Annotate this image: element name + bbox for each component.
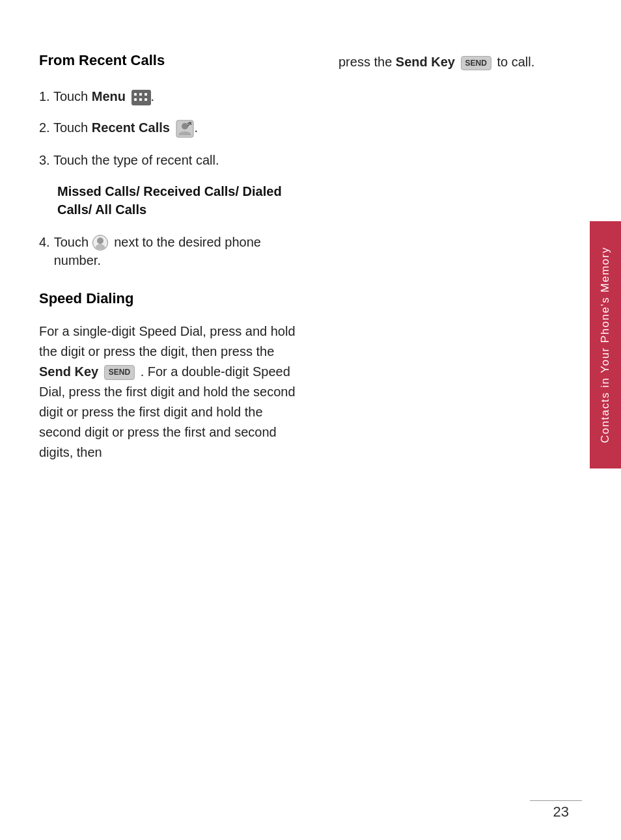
- send-key-label-left: Send Key: [39, 364, 98, 379]
- step-1-bold: Menu: [92, 89, 126, 103]
- step-3-number: 3.: [39, 153, 53, 167]
- step-4-text-before: Touch: [54, 235, 92, 249]
- content-area: From Recent Calls 1. Touch Menu .: [39, 52, 582, 463]
- right-text-before: press the: [338, 55, 396, 69]
- page-container: From Recent Calls 1. Touch Menu .: [0, 0, 621, 840]
- step-1-period: .: [151, 89, 155, 103]
- call-types: Missed Calls/ Received Calls/ Dialed Cal…: [39, 182, 299, 219]
- step-2-period: .: [194, 120, 198, 135]
- grid-dots: [134, 93, 148, 102]
- step-2-text-before: Touch: [53, 120, 92, 135]
- recent-calls-svg: [176, 120, 194, 138]
- send-key-badge-right: SEND: [461, 56, 491, 70]
- call-bubble-icon: [92, 235, 108, 251]
- step-2-number: 2.: [39, 120, 53, 135]
- grid-dot: [145, 98, 147, 101]
- right-paragraph: press the Send Key SEND to call.: [338, 52, 573, 72]
- send-key-badge-text: SEND: [109, 368, 130, 377]
- from-recent-calls-title: From Recent Calls: [39, 52, 299, 69]
- step-2-bold: Recent Calls: [92, 120, 170, 135]
- step-1-number: 1.: [39, 89, 53, 103]
- step-3-text: Touch the type of recent call.: [53, 153, 219, 167]
- speed-dial-text-before: For a single-digit Speed Dial, press and…: [39, 324, 296, 359]
- sidebar-tab: Contacts in Your Phone's Memory: [590, 221, 621, 468]
- send-key-badge-right-text: SEND: [465, 59, 487, 68]
- svg-point-1: [182, 123, 188, 129]
- send-key-badge-left: SEND: [104, 365, 135, 380]
- grid-dot: [134, 93, 137, 96]
- step-4-content: Touch next to the desired phone number.: [54, 233, 299, 269]
- left-column: From Recent Calls 1. Touch Menu .: [39, 52, 325, 463]
- grid-dot: [139, 98, 142, 101]
- step-1: 1. Touch Menu .: [39, 87, 299, 105]
- right-send-key-label: Send Key: [396, 55, 455, 69]
- step-1-text-before: Touch: [53, 89, 92, 103]
- right-text-to: to call.: [497, 55, 534, 69]
- page-number: 23: [553, 804, 569, 820]
- grid-dot: [139, 93, 142, 96]
- speed-dialing-title: Speed Dialing: [39, 290, 299, 307]
- speed-dial-paragraph: For a single-digit Speed Dial, press and…: [39, 321, 299, 463]
- sidebar-text: Contacts in Your Phone's Memory: [599, 247, 612, 443]
- step-3: 3. Touch the type of recent call.: [39, 151, 299, 169]
- menu-grid-icon: [131, 90, 151, 105]
- divider-line: [530, 800, 582, 801]
- recent-calls-icon: [176, 120, 194, 138]
- step-4-number: 4.: [39, 233, 50, 251]
- grid-dot: [134, 98, 137, 101]
- step-4: 4. Touch next to the desired phone numbe…: [39, 233, 299, 269]
- right-column: press the Send Key SEND to call.: [325, 52, 573, 463]
- step-2: 2. Touch Recent Calls .: [39, 118, 299, 138]
- grid-dot: [145, 93, 147, 96]
